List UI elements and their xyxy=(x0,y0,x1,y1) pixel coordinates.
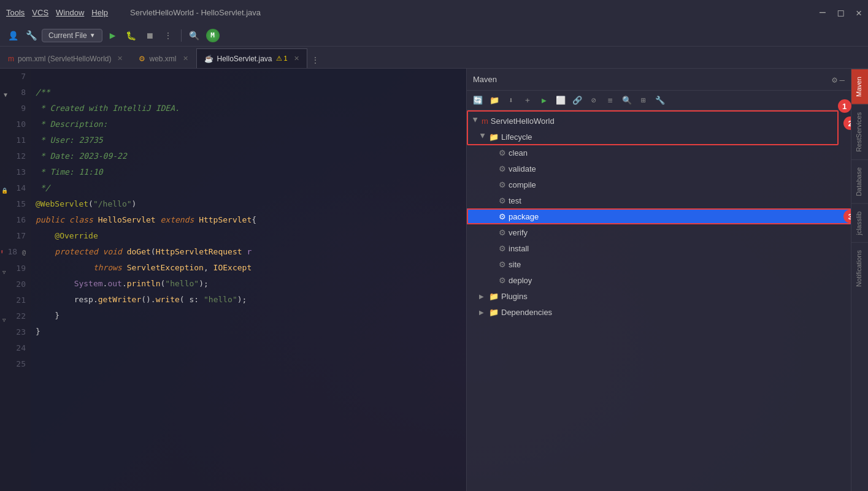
tree-item-test[interactable]: ⚙ test xyxy=(467,192,851,208)
menu-help[interactable]: Help xyxy=(91,8,108,17)
maven-settings2-btn[interactable]: ⊞ xyxy=(636,93,651,108)
tree-icon-clean: ⚙ xyxy=(499,148,506,158)
right-sidebar: 1 Maven RestServices Database jclasslib … xyxy=(851,69,868,491)
maven-search-btn[interactable]: 🔍 xyxy=(620,93,634,108)
tree-icon-plugins: 📁 xyxy=(489,292,499,301)
tab-icon-web: ⚙ xyxy=(139,55,145,63)
current-file-button[interactable]: Current File ▼ xyxy=(42,29,102,42)
tab-close-web[interactable]: ✕ xyxy=(183,55,188,63)
code-editor: 7 8 ▼ 9 10 11 12 13 14 🔒 15 16 17 18 ⬆ @… xyxy=(0,69,466,491)
maven-wrench-btn[interactable]: 🔧 xyxy=(653,93,667,108)
tab-label-web: web.xml xyxy=(149,55,176,63)
maven-run-btn[interactable]: ▶ xyxy=(537,93,551,108)
tree-item-lifecycle[interactable]: ▶ 📁 Lifecycle xyxy=(467,129,851,145)
run-button[interactable]: ▶ xyxy=(105,28,121,44)
code-line-9: * Created with IntelliJ IDEA. xyxy=(36,101,461,116)
tree-icon-validate: ⚙ xyxy=(499,164,506,173)
tree-label-dependencies: Dependencies xyxy=(501,308,846,317)
run-config-btn[interactable]: M xyxy=(205,28,221,44)
menu-vcs[interactable]: VCS xyxy=(32,8,48,17)
maximize-button[interactable]: □ xyxy=(838,7,844,18)
toolbar-sep1 xyxy=(181,29,182,42)
tab-web-xml[interactable]: ⚙ web.xml ✕ xyxy=(131,48,196,68)
menu-tools[interactable]: Tools xyxy=(6,8,25,17)
code-line-10: * Description: xyxy=(36,116,461,132)
tree-item-compile[interactable]: ⚙ compile xyxy=(467,177,851,192)
code-line-23: } xyxy=(36,324,461,340)
tree-label-package: package xyxy=(509,212,846,221)
maven-download-btn[interactable]: ⬇ xyxy=(504,93,518,108)
tabs-overflow-button[interactable]: ⋮ xyxy=(307,52,323,68)
menu-items: Tools VCS Window Help xyxy=(6,8,108,17)
tree-label-validate: validate xyxy=(509,164,846,173)
code-lines[interactable]: /** * Created with IntelliJ IDEA. * Desc… xyxy=(31,69,466,491)
tab-close-pom[interactable]: ✕ xyxy=(117,55,123,63)
tree-item-clean[interactable]: ⚙ clean xyxy=(467,145,851,161)
maven-link-btn[interactable]: 🔗 xyxy=(570,93,585,108)
sidebar-tab-rest[interactable]: RestServices xyxy=(851,104,869,159)
code-line-24 xyxy=(36,340,461,356)
code-line-13: * Time: 11:10 xyxy=(36,164,461,180)
code-line-22: } xyxy=(36,308,461,324)
maven-settings-icon[interactable]: ⚙ xyxy=(832,75,837,85)
main-area: 7 8 ▼ 9 10 11 12 13 14 🔒 15 16 17 18 ⬆ @… xyxy=(0,69,868,491)
title-bar-left: Tools VCS Window Help ServletHelloWorld … xyxy=(6,8,261,17)
code-line-17: @Override xyxy=(36,228,461,244)
maven-plus-btn[interactable]: + xyxy=(520,93,535,108)
close-button[interactable]: ✕ xyxy=(856,7,862,18)
tab-warning-badge: ⚠ 1 xyxy=(276,55,288,63)
more-btn[interactable]: ⋮ xyxy=(160,28,176,44)
tree-icon-test: ⚙ xyxy=(499,196,506,205)
maven-window-btn[interactable]: ⬜ xyxy=(553,93,568,108)
maven-skip-btn[interactable]: ⊘ xyxy=(586,93,601,108)
code-line-25 xyxy=(36,356,461,371)
tree-label-plugins: Plugins xyxy=(501,292,846,301)
search-everywhere-btn[interactable]: 🔍 xyxy=(186,28,202,44)
tab-icon-servlet: ☕ xyxy=(204,55,213,63)
code-line-14: */ xyxy=(36,180,461,196)
tree-icon-project: m xyxy=(482,116,488,126)
tree-arrow-project: ▶ xyxy=(472,117,479,124)
tree-item-deploy[interactable]: ⚙ deploy xyxy=(467,272,851,288)
minimize-button[interactable]: ─ xyxy=(820,7,826,18)
sidebar-tab-jclasslib[interactable]: jclasslib xyxy=(851,204,869,243)
vcs-btn[interactable]: 🔧 xyxy=(23,28,39,44)
tree-icon-package: ⚙ xyxy=(499,212,506,221)
sidebar-tab-database[interactable]: Database xyxy=(851,159,869,204)
tab-helloservlet[interactable]: ☕ HelloServlet.java ⚠ 1 ✕ xyxy=(196,48,307,68)
profile-icon-btn[interactable]: 👤 xyxy=(5,28,21,44)
maven-tree: 2 ▶ m ServletHelloWorld ▶ 📁 Lifecycle ⚙ … xyxy=(467,110,851,491)
tree-item-plugins[interactable]: ▶ 📁 Plugins xyxy=(467,288,851,304)
tree-item-project[interactable]: ▶ m ServletHelloWorld xyxy=(467,113,851,129)
code-line-19: throws ServletException, IOExcept xyxy=(36,260,461,276)
maven-header-controls: ⚙ — xyxy=(832,75,845,85)
maven-minimize-icon[interactable]: — xyxy=(840,75,845,85)
tree-item-validate[interactable]: ⚙ validate xyxy=(467,161,851,177)
tree-item-dependencies[interactable]: ▶ 📁 Dependencies xyxy=(467,304,851,320)
window-controls: ─ □ ✕ xyxy=(820,7,862,18)
tree-item-site[interactable]: ⚙ site xyxy=(467,256,851,272)
tree-label-clean: clean xyxy=(509,148,846,158)
debug-icon[interactable]: 🐛 xyxy=(123,28,139,44)
current-file-label: Current File xyxy=(48,31,87,40)
maven-add-btn[interactable]: 📁 xyxy=(487,93,502,108)
code-line-11: * User: 23735 xyxy=(36,132,461,148)
tree-icon-lifecycle: 📁 xyxy=(489,132,499,142)
tree-arrow-plugins: ▶ xyxy=(479,293,486,300)
maven-filter-btn[interactable]: ≡ xyxy=(603,93,618,108)
tree-item-verify[interactable]: ⚙ verify xyxy=(467,224,851,240)
tree-icon-verify: ⚙ xyxy=(499,228,506,237)
tree-label-test: test xyxy=(509,196,846,205)
sidebar-tab-notifications[interactable]: Notifications xyxy=(851,242,869,294)
main-toolbar: 👤 🔧 Current File ▼ ▶ 🐛 ⏹ ⋮ 🔍 M xyxy=(0,25,868,47)
sidebar-tab-maven[interactable]: Maven xyxy=(851,69,869,104)
tab-close-servlet[interactable]: ✕ xyxy=(294,55,299,63)
green-indicator: M xyxy=(206,29,220,42)
stop-btn[interactable]: ⏹ xyxy=(142,28,158,44)
menu-window[interactable]: Window xyxy=(56,8,84,17)
maven-reload-btn[interactable]: 🔄 xyxy=(470,93,485,108)
tab-pom-xml[interactable]: m pom.xml (ServletHelloWorld) ✕ xyxy=(0,48,131,68)
tree-item-install[interactable]: ⚙ install xyxy=(467,240,851,256)
tree-icon-deploy: ⚙ xyxy=(499,276,506,285)
tree-item-package[interactable]: ⚙ package xyxy=(467,208,851,224)
